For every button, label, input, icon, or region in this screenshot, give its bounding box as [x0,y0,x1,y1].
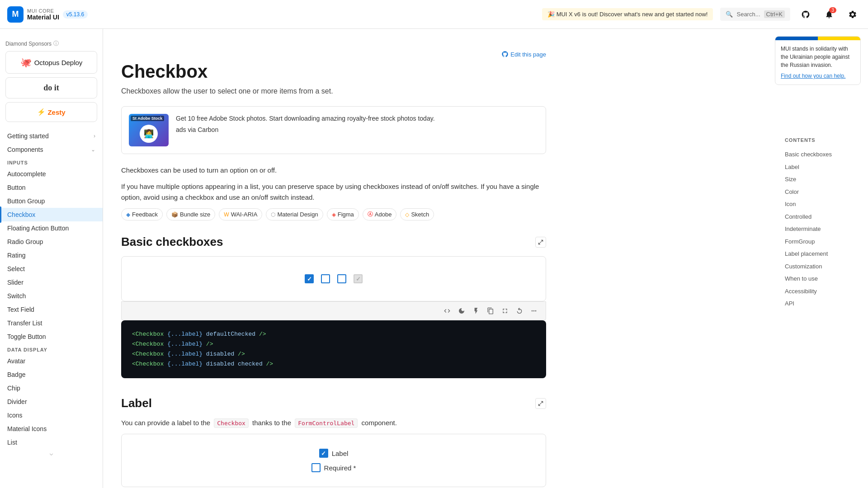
tag-material-label: Material Design [277,211,318,218]
sidebar-item-list[interactable]: List [0,436,103,449]
settings-button[interactable] [844,6,861,23]
code-tag-2: <Checkbox [132,341,164,347]
toc-label-placement[interactable]: Label placement [785,248,861,260]
navbar-logo[interactable]: M MUI CORE Material UI v5.13.6 [7,6,88,23]
navbar-announcement[interactable]: 🎉 MUI X v6 is out! Discover what's new a… [542,8,713,20]
label-section-header: Label [121,396,546,410]
sidebar-item-avatar[interactable]: Avatar [0,354,103,368]
sketch-icon: ◇ [405,211,409,218]
sidebar-item-material-icons[interactable]: Material Icons [0,422,103,436]
sidebar-item-autocomplete[interactable]: Autocomplete [0,167,103,181]
inline-code-formcontrollabel: FormControlLabel [295,418,358,428]
tag-wai-aria[interactable]: W WAI-ARIA [219,208,262,221]
sidebar-item-rating[interactable]: Rating [0,249,103,262]
icons-label: Icons [7,412,22,419]
tag-sketch-label: Sketch [411,211,429,218]
label-body-1: You can provide a label to the [121,419,210,427]
checkbox-unchecked-2[interactable] [337,274,346,283]
tag-bundle-size[interactable]: 📦 Bundle size [166,208,215,221]
expand-icon-button[interactable] [535,237,546,248]
avatar-label: Avatar [7,357,25,365]
ukraine-blue-stripe [775,37,818,40]
toc-api[interactable]: API [785,297,861,310]
sidebar-item-select[interactable]: Select [0,262,103,276]
fullscreen-button[interactable] [499,305,511,317]
code-view-button[interactable] [441,305,453,317]
checkbox-checked[interactable] [305,274,314,283]
label-expand-icon-button[interactable] [535,398,546,409]
page-subtitle: Checkboxes allow the user to select one … [121,87,546,95]
code-toolbar [121,301,546,320]
tag-feedback[interactable]: ◆ Feedback [121,208,163,221]
sidebar-item-icons[interactable]: Icons [0,408,103,422]
doit-sponsor-card[interactable]: do it [5,77,97,99]
toc-icon[interactable]: Icon [785,198,861,211]
toc-when-to-use[interactable]: When to use [785,272,861,285]
octopus-sponsor-card[interactable]: 🐙 Octopus Deploy [5,51,97,74]
code-prop-1: {...label} [167,331,203,338]
notifications-button[interactable]: 3 [821,6,837,23]
toc-customization[interactable]: Customization [785,260,861,273]
tag-sketch[interactable]: ◇ Sketch [400,208,434,221]
ad-card[interactable]: St Adobe Stock 👩‍💻 Get 10 free Adobe Sto… [121,106,546,154]
lightning-button[interactable] [470,305,482,317]
sidebar-item-components[interactable]: Components ⌄ [0,143,103,156]
toc-formgroup[interactable]: FormGroup [785,235,861,248]
edit-page-link[interactable]: Edit this page [501,51,546,58]
tag-adobe[interactable]: Ⓐ Adobe [363,208,397,221]
toc-color[interactable]: Color [785,186,861,198]
tag-figma[interactable]: ◈ Figma [327,208,359,221]
toc-indeterminate[interactable]: Indeterminate [785,223,861,235]
code-close-4: /> [266,361,274,367]
navbar: M MUI CORE Material UI v5.13.6 🎉 MUI X v… [0,0,868,29]
sidebar: Diamond Sponsors ⓘ 🐙 Octopus Deploy do i… [0,29,103,488]
github-button[interactable] [797,6,814,23]
toc-basic-checkboxes[interactable]: Basic checkboxes [785,148,861,161]
checkbox-unchecked[interactable] [321,274,330,283]
tag-wai-label: WAI-ARIA [231,211,258,218]
dark-mode-button[interactable] [455,305,468,317]
sidebar-item-button-group[interactable]: Button Group [0,194,103,208]
announcement-text: 🎉 MUI X v6 is out! Discover what's new a… [547,11,708,18]
feedback-icon: ◆ [126,211,130,218]
page-title: Checkbox [121,61,546,82]
tag-material-design[interactable]: ⬡ Material Design [266,208,323,221]
sidebar-item-switch[interactable]: Switch [0,289,103,303]
toc-size[interactable]: Size [785,173,861,186]
ad-text: Get 10 free Adobe Stock photos. Start do… [176,114,435,135]
slider-label: Slider [7,279,24,286]
sidebar-item-getting-started[interactable]: Getting started › [0,129,103,143]
toc-controlled[interactable]: Controlled [785,211,861,223]
search-shortcut: Ctrl+K [764,10,785,18]
sidebar-item-text-field[interactable]: Text Field [0,303,103,316]
reset-button[interactable] [513,305,526,317]
navbar-version[interactable]: v5.13.6 [63,10,88,19]
toc-label[interactable]: Label [785,161,861,174]
sidebar-item-chip[interactable]: Chip [0,381,103,395]
navbar-search[interactable]: 🔍 Search... Ctrl+K [720,8,790,21]
zesty-sponsor-card[interactable]: ⚡ Zesty [5,102,97,122]
copy-button[interactable] [484,305,497,317]
sidebar-item-slider[interactable]: Slider [0,276,103,289]
label-checkbox-unchecked[interactable] [311,463,321,472]
sidebar-item-divider[interactable]: Divider [0,395,103,408]
sidebar-item-badge[interactable]: Badge [0,368,103,381]
inline-code-checkbox: Checkbox [214,418,249,428]
sidebar-item-transfer-list[interactable]: Transfer List [0,316,103,330]
toc-accessibility[interactable]: Accessibility [785,285,861,298]
copy-icon [487,307,494,314]
sidebar-item-checkbox[interactable]: Checkbox [0,208,103,221]
more-button[interactable] [528,305,540,317]
sidebar-item-toggle-button[interactable]: Toggle Button [0,330,103,343]
label-checkbox-checked[interactable] [319,449,328,458]
sidebar-item-button[interactable]: Button [0,181,103,194]
code-value-1: defaultChecked [206,331,255,338]
sidebar-item-radio-group[interactable]: Radio Group [0,235,103,249]
ad-thumbnail: St Adobe Stock 👩‍💻 [129,114,169,146]
code-close-3: /> [238,351,245,357]
sidebar-item-fab[interactable]: Floating Action Button [0,221,103,235]
label-body-2: thanks to the [252,419,291,427]
navbar-brand-info: MUI CORE Material UI [27,8,59,21]
ukraine-link[interactable]: Find out how you can help. [781,73,845,79]
code-line-1: <Checkbox {...label} defaultChecked /> [132,329,535,339]
